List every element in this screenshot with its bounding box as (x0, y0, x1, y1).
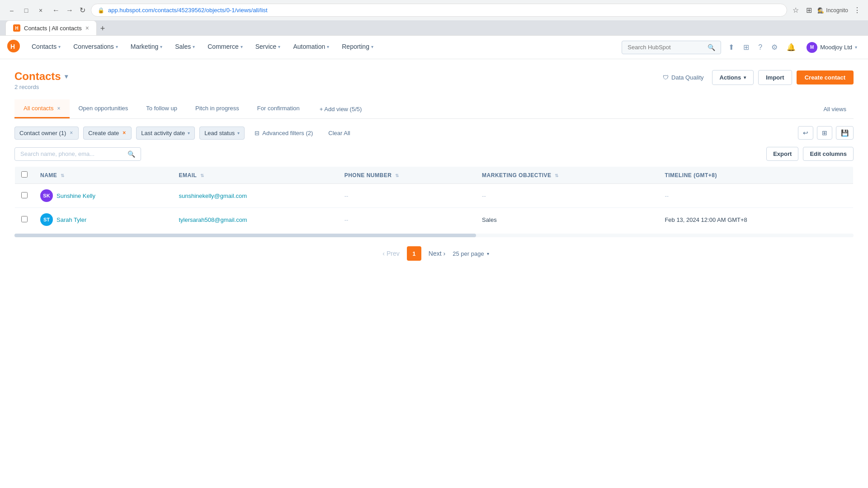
active-tab[interactable]: H Contacts | All contacts × (5, 20, 97, 35)
nav-sales[interactable]: Sales ▾ (169, 37, 201, 58)
help-icon-button[interactable]: ? (756, 42, 764, 53)
tab-all-contacts-label: All contacts (24, 105, 53, 112)
row-1-checkbox-cell[interactable] (15, 208, 34, 232)
forward-button[interactable]: → (64, 5, 75, 16)
tab-to-follow-up-label: To follow up (146, 105, 177, 112)
filter-chip-contact-owner[interactable]: Contact owner (1) × (14, 127, 79, 140)
filter-chip-last-activity-date-label: Last activity date (141, 130, 185, 136)
header-select-all[interactable] (15, 167, 34, 184)
header-phone: PHONE NUMBER ⇅ (338, 167, 476, 184)
select-all-checkbox[interactable] (21, 171, 28, 178)
create-contact-button[interactable]: Create contact (797, 70, 854, 84)
name-sort-icon[interactable]: ⇅ (61, 173, 65, 178)
extension-button[interactable]: ⊞ (804, 4, 814, 16)
next-page-button[interactable]: Next › (425, 247, 449, 260)
close-button[interactable]: × (34, 4, 47, 17)
filter-chip-contact-owner-label: Contact owner (1) (19, 130, 66, 136)
more-options-button[interactable]: ⋮ (852, 4, 863, 16)
row-1-email-link[interactable]: tylersarah508@gmail.com (179, 216, 247, 223)
marketing-sort-icon[interactable]: ⇅ (555, 173, 559, 178)
actions-button[interactable]: Actions ▾ (712, 70, 754, 85)
prev-page-button[interactable]: ‹ Prev (379, 247, 403, 260)
edit-columns-button[interactable]: Edit columns (803, 147, 854, 161)
save-view-button[interactable]: 💾 (836, 126, 854, 140)
clear-all-button[interactable]: Clear All (323, 127, 355, 139)
create-contact-label: Create contact (805, 74, 845, 81)
nav-commerce[interactable]: Commerce ▾ (201, 37, 249, 58)
page-title-dropdown-icon[interactable]: ▾ (65, 73, 68, 80)
row-0-avatar: SK (40, 189, 53, 202)
email-sort-icon[interactable]: ⇅ (200, 173, 204, 178)
filter-chip-contact-owner-remove-icon[interactable]: × (69, 130, 74, 136)
row-0-checkbox[interactable] (21, 192, 28, 198)
tab-open-opportunities[interactable]: Open opportunities (70, 99, 137, 118)
filter-chip-lead-status[interactable]: Lead status ▾ (199, 127, 245, 140)
row-0-email-cell: sunshinekelly@gmail.com (172, 184, 338, 208)
table-search-input[interactable] (20, 150, 124, 157)
row-1-name-link[interactable]: Sarah Tyler (57, 216, 86, 223)
hubspot-app: H Contacts ▾ Conversations ▾ Marketing ▾… (0, 36, 868, 481)
new-tab-button[interactable]: + (97, 22, 109, 35)
undo-button[interactable]: ↩ (798, 126, 813, 140)
export-button[interactable]: Export (766, 147, 798, 161)
all-views-button[interactable]: All views (816, 100, 854, 118)
tab-to-follow-up[interactable]: To follow up (137, 99, 186, 118)
filter-chip-create-date[interactable]: Create date × (83, 127, 132, 140)
advanced-filters-label: Advanced filters (2) (262, 130, 313, 136)
service-chevron-icon: ▾ (278, 44, 280, 49)
row-0-name-link[interactable]: Sunshine Kelly (57, 192, 95, 199)
back-button[interactable]: ← (51, 5, 61, 16)
table-toolbar: 🔍 Export Edit columns (14, 147, 854, 161)
user-account-badge[interactable]: M Moodjoy Ltd ▾ (803, 40, 861, 55)
bookmark-button[interactable]: ☆ (791, 4, 801, 16)
tab-all-contacts-close-icon[interactable]: × (57, 105, 60, 112)
filter-chip-last-activity-date[interactable]: Last activity date ▾ (136, 127, 195, 140)
nav-marketing[interactable]: Marketing ▾ (124, 37, 169, 58)
maximize-button[interactable]: □ (20, 4, 33, 17)
records-count: 2 records (14, 84, 68, 90)
per-page-label: 25 per page (453, 250, 484, 257)
nav-reporting[interactable]: Reporting ▾ (335, 37, 380, 58)
table-row: ST Sarah Tyler tylersarah508@gmail.com -… (15, 208, 854, 232)
nav-conversations[interactable]: Conversations ▾ (67, 37, 124, 58)
tab-close-button[interactable]: × (85, 24, 89, 32)
address-bar[interactable]: 🔒 app.hubspot.com/contacts/45239562/obje… (91, 4, 787, 17)
horizontal-scrollbar-thumb[interactable] (14, 234, 476, 237)
automation-chevron-icon: ▾ (327, 44, 329, 49)
url-text: app.hubspot.com/contacts/45239562/object… (108, 7, 268, 14)
global-search-input[interactable] (627, 44, 704, 51)
table-row: SK Sunshine Kelly sunshinekelly@gmail.co… (15, 184, 854, 208)
page-header: Contacts ▾ 2 records 🛡 Data Quality Acti… (14, 70, 854, 90)
lock-icon: 🔒 (98, 7, 104, 14)
upgrade-icon-button[interactable]: ⬆ (726, 41, 736, 53)
nav-automation[interactable]: Automation ▾ (287, 37, 335, 58)
filter-bar: Contact owner (1) × Create date × Last a… (14, 126, 854, 140)
per-page-selector[interactable]: 25 per page ▾ (453, 250, 489, 257)
row-0-checkbox-cell[interactable] (15, 184, 34, 208)
horizontal-scrollbar[interactable] (14, 234, 854, 237)
table-search-bar[interactable]: 🔍 (14, 147, 141, 161)
data-quality-label: Data Quality (671, 74, 704, 81)
settings-icon-button[interactable]: ⚙ (769, 41, 779, 53)
tab-all-contacts[interactable]: All contacts × (14, 99, 70, 118)
nav-contacts[interactable]: Contacts ▾ (25, 37, 67, 58)
notifications-icon-button[interactable]: 🔔 (785, 41, 797, 53)
table-body: SK Sunshine Kelly sunshinekelly@gmail.co… (15, 184, 854, 232)
data-quality-button[interactable]: 🛡 Data Quality (659, 72, 708, 83)
row-1-checkbox[interactable] (21, 216, 28, 222)
row-0-email-link[interactable]: sunshinekelly@gmail.com (179, 192, 246, 199)
marketplace-icon-button[interactable]: ⊞ (741, 41, 751, 53)
minimize-button[interactable]: – (5, 4, 18, 17)
advanced-filters-button[interactable]: ⊟ Advanced filters (2) (249, 127, 318, 139)
tab-pitch-in-progress[interactable]: Pitch in progress (186, 99, 248, 118)
nav-service[interactable]: Service ▾ (249, 37, 287, 58)
hubspot-logo[interactable]: H (7, 40, 20, 55)
phone-sort-icon[interactable]: ⇅ (395, 173, 399, 178)
columns-view-button[interactable]: ⊞ (817, 126, 832, 140)
global-search[interactable]: 🔍 (622, 41, 721, 54)
import-button[interactable]: Import (758, 70, 792, 85)
tab-for-confirmation[interactable]: For confirmation (248, 99, 309, 118)
add-view-button[interactable]: + Add view (5/5) (312, 100, 369, 118)
reload-button[interactable]: ↻ (78, 4, 87, 16)
filter-chip-create-date-remove-icon[interactable]: × (122, 130, 127, 136)
